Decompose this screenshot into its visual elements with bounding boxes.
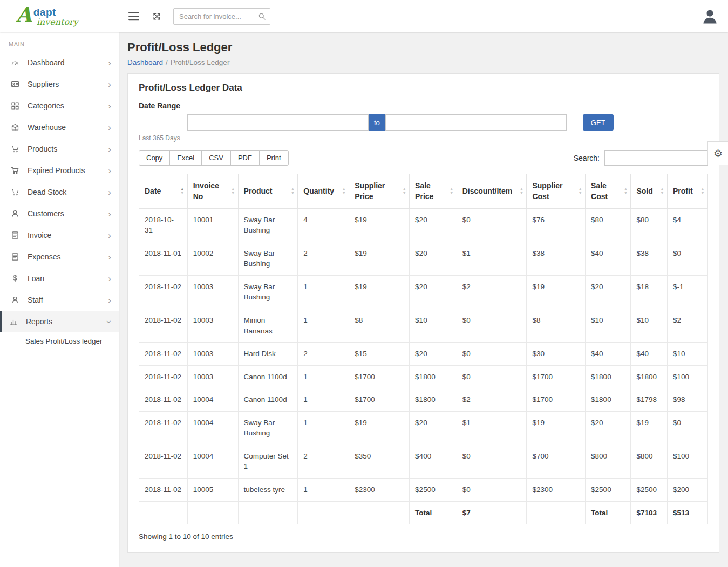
table-cell: $700: [527, 445, 586, 478]
table-cell: 2018-11-02: [139, 479, 188, 502]
staff-icon: [11, 296, 21, 304]
print-button[interactable]: Print: [259, 150, 289, 166]
table-total-cell: [139, 501, 188, 524]
table-cell: $10: [631, 309, 668, 342]
chevron-right-icon: ›: [108, 188, 111, 197]
table-cell: $20: [410, 208, 457, 242]
user-avatar-icon[interactable]: [702, 8, 718, 25]
sidebar-item-staff[interactable]: Staff›: [0, 289, 119, 311]
table-cell: $20: [586, 275, 631, 309]
sort-icon: ▲▼: [402, 187, 406, 195]
breadcrumb: Dashboard/Profit/Loss Ledger: [127, 58, 719, 66]
sidebar-subitem-sales-profit-loss-ledger[interactable]: Sales Profit/Loss ledger: [0, 332, 119, 350]
column-header-invoice-no[interactable]: Invoice No▲▼: [187, 174, 238, 209]
table-cell: 2018-11-02: [139, 411, 188, 445]
settings-gear-icon[interactable]: ⚙: [707, 141, 728, 165]
sidebar-item-customers[interactable]: Customers›: [0, 203, 119, 224]
menu-toggle-icon[interactable]: [126, 10, 141, 23]
sidebar-item-invoice[interactable]: Invoice›: [0, 224, 119, 246]
suppliers-icon: [11, 80, 21, 88]
table-total-cell: $7: [457, 501, 527, 524]
table-cell: $-1: [668, 275, 708, 309]
search-icon[interactable]: [258, 12, 266, 23]
invoice-search-input[interactable]: [173, 8, 270, 25]
column-header-date[interactable]: Date▲▼: [139, 174, 188, 209]
sidebar-item-reports[interactable]: Reports›: [0, 311, 119, 332]
table-cell: $80: [631, 208, 668, 242]
pdf-button[interactable]: PDF: [230, 150, 260, 166]
get-button[interactable]: GET: [583, 114, 614, 131]
table-cell: Computer Set 1: [238, 445, 298, 478]
sidebar-item-suppliers[interactable]: Suppliers›: [0, 73, 119, 95]
table-row: 2018-10-3110001Sway Bar Bushing4$19$20$0…: [139, 208, 708, 242]
csv-button[interactable]: CSV: [201, 150, 231, 166]
table-cell: $1798: [631, 388, 668, 412]
table-cell: $1800: [631, 365, 668, 388]
column-header-supplier-price[interactable]: Supplier Price▲▼: [349, 174, 410, 209]
sidebar-item-products[interactable]: Products›: [0, 138, 119, 160]
sidebar-item-warehouse[interactable]: Warehouse›: [0, 117, 119, 138]
column-header-sold[interactable]: Sold▲▼: [631, 174, 668, 209]
table-cell: Hard Disk: [238, 343, 298, 366]
column-header-supplier-cost[interactable]: Supplier Cost▲▼: [527, 174, 586, 209]
column-header-quantity[interactable]: Quantity▲▼: [298, 174, 349, 209]
sidebar-item-expenses[interactable]: Expenses›: [0, 246, 119, 268]
table-cell: $19: [349, 208, 410, 242]
date-range-to-connector: to: [369, 114, 385, 131]
table-row: 2018-11-0110002Sway Bar Bushing2$19$20$1…: [139, 242, 708, 275]
excel-button[interactable]: Excel: [169, 150, 202, 166]
date-to-input[interactable]: [385, 114, 567, 131]
sidebar-item-loan[interactable]: Loan›: [0, 268, 119, 289]
table-search-input[interactable]: [604, 150, 708, 166]
table-cell: $1800: [586, 365, 631, 388]
table-cell: 1: [298, 479, 349, 502]
table-row: 2018-11-0210003Hard Disk2$15$20$0$30$40$…: [139, 343, 708, 366]
table-cell: $2: [668, 309, 708, 342]
table-total-cell: [349, 501, 410, 524]
chevron-right-icon: ›: [108, 58, 111, 67]
column-header-product[interactable]: Product▲▼: [238, 174, 298, 209]
table-cell: $0: [457, 343, 527, 366]
column-header-sale-cost[interactable]: Sale Cost▲▼: [586, 174, 631, 209]
column-header-profit[interactable]: Profit▲▼: [668, 174, 708, 209]
table-cell: 10003: [187, 275, 238, 309]
sort-icon: ▲▼: [342, 187, 346, 195]
table-cell: 2: [298, 343, 349, 366]
table-cell: 1: [298, 309, 349, 342]
table-cell: 10001: [187, 208, 238, 242]
sidebar-item-dashboard[interactable]: Dashboard›: [0, 52, 119, 73]
table-cell: $80: [586, 208, 631, 242]
table-cell: $0: [668, 242, 708, 275]
sidebar-item-label: Dashboard: [28, 58, 65, 67]
top-header: A dapt inventory: [0, 0, 728, 32]
table-cell: $10: [586, 309, 631, 342]
table-cell: 2018-11-01: [139, 242, 188, 275]
table-cell: $1700: [527, 365, 586, 388]
app-logo[interactable]: A dapt inventory: [0, 5, 119, 27]
table-cell: $76: [527, 208, 586, 242]
table-cell: 2018-11-02: [139, 275, 188, 309]
table-cell: $2500: [410, 479, 457, 502]
table-cell: Canon 1100d: [238, 365, 298, 388]
table-cell: 10003: [187, 309, 238, 342]
date-from-input[interactable]: [187, 114, 369, 131]
copy-button[interactable]: Copy: [139, 150, 170, 166]
table-cell: $800: [586, 445, 631, 478]
table-cell: $10: [668, 343, 708, 366]
table-cell: $19: [527, 411, 586, 445]
column-header-sale-price[interactable]: Sale Price▲▼: [410, 174, 457, 209]
table-cell: $30: [527, 343, 586, 366]
sidebar-item-dead-stock[interactable]: Dead Stock›: [0, 181, 119, 203]
column-header-discount-item[interactable]: Discount/Item▲▼: [457, 174, 527, 209]
logo-name-bottom: inventory: [37, 18, 78, 27]
products-icon: [11, 145, 21, 153]
table-cell: $0: [668, 411, 708, 445]
table-cell: 10002: [187, 242, 238, 275]
chevron-right-icon: ›: [108, 209, 111, 218]
fullscreen-icon[interactable]: [150, 10, 164, 23]
sort-icon: ▲▼: [578, 187, 582, 195]
breadcrumb-dashboard-link[interactable]: Dashboard: [127, 58, 163, 66]
table-cell: $40: [586, 343, 631, 366]
sidebar-item-expired-products[interactable]: Expired Products›: [0, 160, 119, 181]
sidebar-item-categories[interactable]: Categories›: [0, 95, 119, 117]
